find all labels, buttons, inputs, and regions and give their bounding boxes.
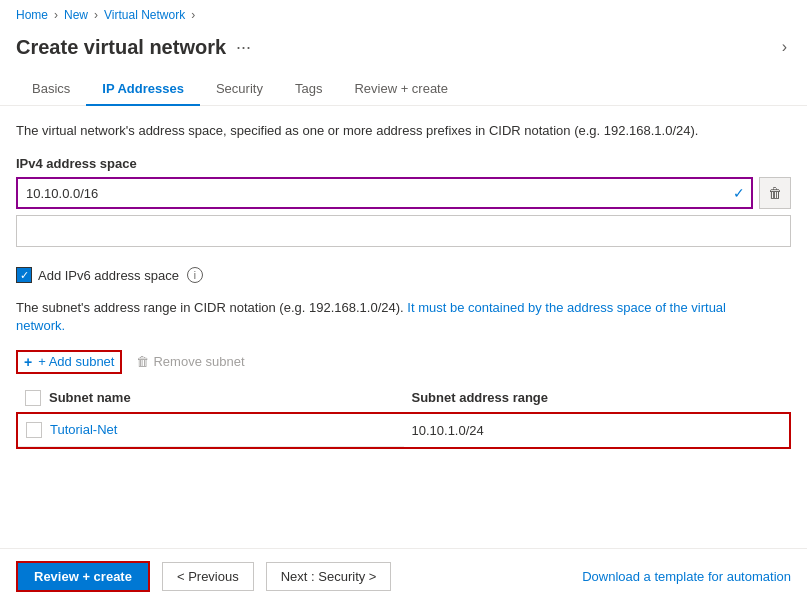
add-subnet-button[interactable]: + + Add subnet [18, 352, 120, 372]
subnet-range-value: 10.10.1.0/24 [412, 423, 484, 438]
subnet-table: Subnet name Subnet address range Tutoria… [16, 384, 791, 449]
ipv4-address-input[interactable] [18, 186, 727, 201]
remove-subnet-button[interactable]: 🗑 Remove subnet [130, 352, 250, 371]
subnet-name-header: Subnet name [49, 390, 131, 405]
expand-arrow-button[interactable]: › [778, 34, 791, 60]
ipv6-checkbox-wrapper[interactable]: ✓ Add IPv6 address space [16, 267, 179, 283]
tab-basics[interactable]: Basics [16, 73, 86, 106]
info-icon[interactable]: i [187, 267, 203, 283]
subnet-name-link[interactable]: Tutorial-Net [50, 422, 117, 437]
checkbox-check-icon: ✓ [20, 269, 29, 282]
tab-review-create[interactable]: Review + create [338, 73, 464, 106]
ipv4-address-input-wrapper: ✓ [16, 177, 753, 209]
ipv6-label: Add IPv6 address space [38, 268, 179, 283]
plus-icon: + [24, 354, 32, 370]
delete-address-button[interactable]: 🗑 [759, 177, 791, 209]
subnet-description: The subnet's address range in CIDR notat… [16, 299, 791, 335]
breadcrumb-virtual-network[interactable]: Virtual Network [104, 8, 185, 22]
ipv4-address-input-empty[interactable] [16, 215, 791, 247]
page-title: Create virtual network [16, 36, 226, 59]
breadcrumb-sep1: › [54, 8, 58, 22]
description-text: The virtual network's address space, spe… [16, 122, 791, 140]
ipv6-checkbox[interactable]: ✓ [16, 267, 32, 283]
breadcrumb: Home › New › Virtual Network › [0, 0, 807, 30]
breadcrumb-new[interactable]: New [64, 8, 88, 22]
breadcrumb-home[interactable]: Home [16, 8, 48, 22]
breadcrumb-sep3: › [191, 8, 195, 22]
tab-tags[interactable]: Tags [279, 73, 338, 106]
remove-icon: 🗑 [136, 354, 149, 369]
table-row: Tutorial-Net 10.10.1.0/24 [17, 413, 790, 448]
header-dots-icon[interactable]: ··· [236, 37, 251, 58]
subnet-row-checkbox[interactable] [26, 422, 42, 438]
tab-security[interactable]: Security [200, 73, 279, 106]
subnet-header-checkbox[interactable] [25, 390, 41, 406]
subnet-range-header: Subnet address range [412, 390, 549, 405]
tabs-nav: Basics IP Addresses Security Tags Review… [0, 72, 807, 106]
breadcrumb-sep2: › [94, 8, 98, 22]
ipv4-label: IPv4 address space [16, 156, 791, 171]
tab-ip-addresses[interactable]: IP Addresses [86, 73, 200, 106]
checkmark-icon: ✓ [727, 185, 751, 201]
